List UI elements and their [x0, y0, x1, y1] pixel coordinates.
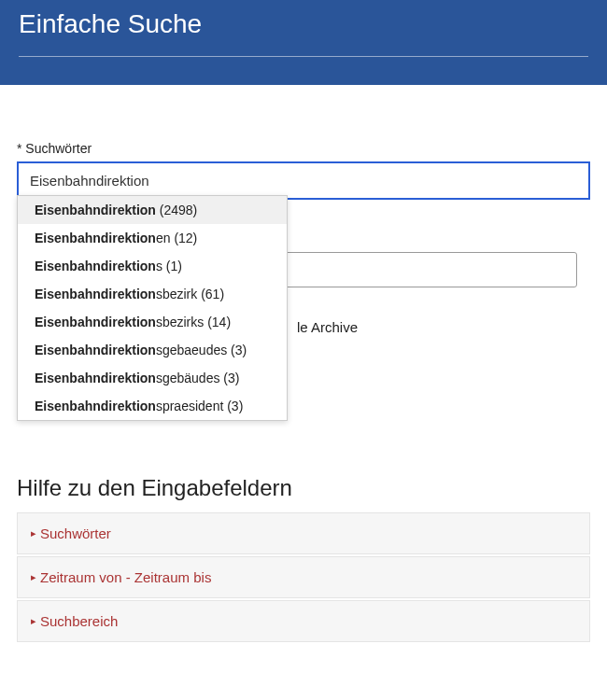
chevron-right-icon: ▸	[31, 571, 36, 583]
suggestion-match: Eisenbahndirektion	[35, 203, 156, 217]
help-title: Hilfe zu den Eingabefeldern	[17, 475, 590, 501]
suggestion-rest: sgebaeudes (3)	[156, 343, 247, 357]
page-title: Einfache Suche	[19, 9, 588, 39]
suggestion-match: Eisenbahndirektion	[35, 399, 156, 413]
autocomplete-item[interactable]: Eisenbahndirektionsbezirk (61)	[18, 280, 287, 308]
help-section: Hilfe zu den Eingabefeldern ▸Suchwörter▸…	[0, 475, 607, 663]
accordion-label: Suchbereich	[40, 613, 118, 629]
suggestion-match: Eisenbahndirektion	[35, 287, 156, 301]
autocomplete-item[interactable]: Eisenbahndirektion (2498)	[18, 196, 287, 224]
suggestion-match: Eisenbahndirektion	[35, 343, 156, 357]
suggestion-rest: sgebäudes (3)	[156, 371, 240, 385]
header-divider	[19, 56, 588, 57]
autocomplete-item[interactable]: Eisenbahndirektionsgebaeudes (3)	[18, 336, 287, 364]
autocomplete-item[interactable]: Eisenbahndirektionsbezirks (14)	[18, 308, 287, 336]
accordion-item[interactable]: ▸Suchwörter	[17, 512, 590, 554]
autocomplete-item[interactable]: Eisenbahndirektionspraesident (3)	[18, 392, 287, 420]
search-label: * Suchwörter	[17, 141, 590, 156]
accordion-label: Zeitraum von - Zeitraum bis	[40, 569, 211, 585]
suggestion-match: Eisenbahndirektion	[35, 315, 156, 329]
suggestion-rest: spraesident (3)	[156, 399, 243, 413]
help-accordion: ▸Suchwörter▸Zeitraum von - Zeitraum bis▸…	[17, 512, 590, 642]
suggestion-rest: sbezirks (14)	[156, 315, 231, 329]
autocomplete-item[interactable]: Eisenbahndirektionen (12)	[18, 224, 287, 252]
autocomplete-item[interactable]: Eisenbahndirektionsgebäudes (3)	[18, 364, 287, 392]
chevron-right-icon: ▸	[31, 615, 36, 627]
accordion-item[interactable]: ▸Zeitraum von - Zeitraum bis	[17, 556, 590, 598]
search-input[interactable]	[17, 161, 590, 200]
suggestion-match: Eisenbahndirektion	[35, 231, 156, 245]
suggestion-rest: s (1)	[156, 259, 182, 273]
accordion-item[interactable]: ▸Suchbereich	[17, 600, 590, 642]
autocomplete-item[interactable]: Eisenbahndirektions (1)	[18, 252, 287, 280]
chevron-right-icon: ▸	[31, 527, 36, 539]
suggestion-match: Eisenbahndirektion	[35, 371, 156, 385]
suggestion-rest: en (12)	[156, 231, 197, 245]
search-form: * Suchwörter Eisenbahndirektion (2498)Ei…	[0, 85, 607, 354]
suggestion-rest: sbezirk (61)	[156, 287, 224, 301]
suggestion-rest: (2498)	[156, 203, 197, 217]
accordion-label: Suchwörter	[40, 525, 111, 541]
suggestion-match: Eisenbahndirektion	[35, 259, 156, 273]
page-header: Einfache Suche	[0, 0, 607, 85]
autocomplete-list: Eisenbahndirektion (2498)Eisenbahndirekt…	[17, 195, 288, 421]
